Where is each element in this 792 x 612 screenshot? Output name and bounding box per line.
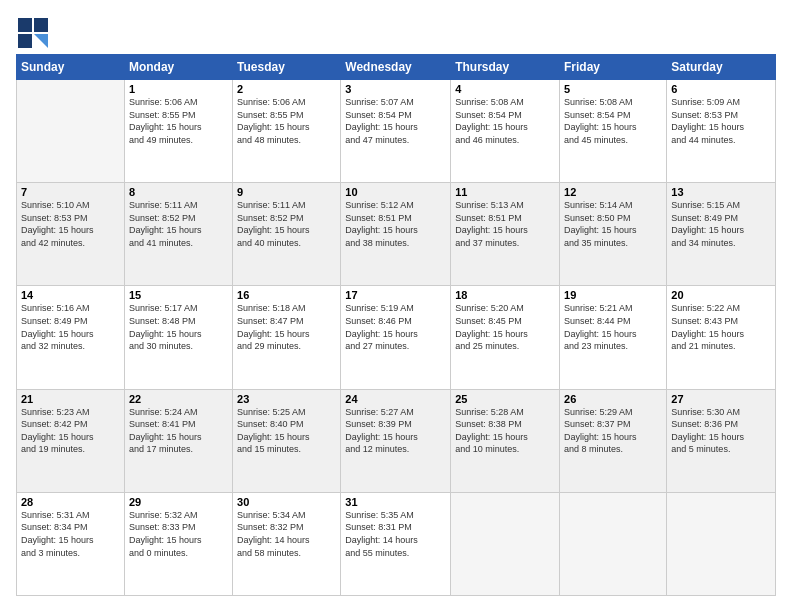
day-number: 3 — [345, 83, 446, 95]
calendar-day-cell: 16Sunrise: 5:18 AM Sunset: 8:47 PM Dayli… — [233, 286, 341, 389]
calendar-day-cell — [451, 492, 560, 595]
day-number: 26 — [564, 393, 662, 405]
calendar-day-cell: 1Sunrise: 5:06 AM Sunset: 8:55 PM Daylig… — [124, 80, 232, 183]
day-info: Sunrise: 5:20 AM Sunset: 8:45 PM Dayligh… — [455, 302, 555, 352]
day-info: Sunrise: 5:10 AM Sunset: 8:53 PM Dayligh… — [21, 199, 120, 249]
day-info: Sunrise: 5:21 AM Sunset: 8:44 PM Dayligh… — [564, 302, 662, 352]
weekday-header: Thursday — [451, 55, 560, 80]
calendar-day-cell: 12Sunrise: 5:14 AM Sunset: 8:50 PM Dayli… — [560, 183, 667, 286]
weekday-header: Tuesday — [233, 55, 341, 80]
day-number: 23 — [237, 393, 336, 405]
day-number: 31 — [345, 496, 446, 508]
day-number: 1 — [129, 83, 228, 95]
day-info: Sunrise: 5:27 AM Sunset: 8:39 PM Dayligh… — [345, 406, 446, 456]
day-number: 30 — [237, 496, 336, 508]
day-info: Sunrise: 5:23 AM Sunset: 8:42 PM Dayligh… — [21, 406, 120, 456]
day-number: 6 — [671, 83, 771, 95]
calendar-day-cell: 22Sunrise: 5:24 AM Sunset: 8:41 PM Dayli… — [124, 389, 232, 492]
calendar-week-row: 14Sunrise: 5:16 AM Sunset: 8:49 PM Dayli… — [17, 286, 776, 389]
calendar-day-cell: 20Sunrise: 5:22 AM Sunset: 8:43 PM Dayli… — [667, 286, 776, 389]
day-number: 21 — [21, 393, 120, 405]
calendar-day-cell: 3Sunrise: 5:07 AM Sunset: 8:54 PM Daylig… — [341, 80, 451, 183]
calendar-day-cell: 26Sunrise: 5:29 AM Sunset: 8:37 PM Dayli… — [560, 389, 667, 492]
calendar-day-cell: 6Sunrise: 5:09 AM Sunset: 8:53 PM Daylig… — [667, 80, 776, 183]
day-number: 27 — [671, 393, 771, 405]
day-number: 16 — [237, 289, 336, 301]
day-info: Sunrise: 5:31 AM Sunset: 8:34 PM Dayligh… — [21, 509, 120, 559]
day-info: Sunrise: 5:25 AM Sunset: 8:40 PM Dayligh… — [237, 406, 336, 456]
day-number: 13 — [671, 186, 771, 198]
day-number: 5 — [564, 83, 662, 95]
day-number: 19 — [564, 289, 662, 301]
day-info: Sunrise: 5:17 AM Sunset: 8:48 PM Dayligh… — [129, 302, 228, 352]
calendar-day-cell: 25Sunrise: 5:28 AM Sunset: 8:38 PM Dayli… — [451, 389, 560, 492]
day-number: 29 — [129, 496, 228, 508]
day-info: Sunrise: 5:22 AM Sunset: 8:43 PM Dayligh… — [671, 302, 771, 352]
day-number: 17 — [345, 289, 446, 301]
calendar-day-cell: 21Sunrise: 5:23 AM Sunset: 8:42 PM Dayli… — [17, 389, 125, 492]
day-number: 12 — [564, 186, 662, 198]
svg-rect-1 — [34, 18, 48, 32]
day-info: Sunrise: 5:13 AM Sunset: 8:51 PM Dayligh… — [455, 199, 555, 249]
logo — [16, 16, 46, 44]
svg-marker-3 — [34, 34, 48, 48]
day-info: Sunrise: 5:12 AM Sunset: 8:51 PM Dayligh… — [345, 199, 446, 249]
day-info: Sunrise: 5:24 AM Sunset: 8:41 PM Dayligh… — [129, 406, 228, 456]
day-info: Sunrise: 5:16 AM Sunset: 8:49 PM Dayligh… — [21, 302, 120, 352]
calendar-day-cell: 14Sunrise: 5:16 AM Sunset: 8:49 PM Dayli… — [17, 286, 125, 389]
calendar-day-cell: 9Sunrise: 5:11 AM Sunset: 8:52 PM Daylig… — [233, 183, 341, 286]
day-number: 20 — [671, 289, 771, 301]
calendar-day-cell: 10Sunrise: 5:12 AM Sunset: 8:51 PM Dayli… — [341, 183, 451, 286]
weekday-header: Monday — [124, 55, 232, 80]
logo-icon — [16, 16, 44, 44]
weekday-header: Friday — [560, 55, 667, 80]
day-info: Sunrise: 5:06 AM Sunset: 8:55 PM Dayligh… — [237, 96, 336, 146]
day-number: 2 — [237, 83, 336, 95]
day-info: Sunrise: 5:11 AM Sunset: 8:52 PM Dayligh… — [237, 199, 336, 249]
day-number: 10 — [345, 186, 446, 198]
day-number: 8 — [129, 186, 228, 198]
calendar-day-cell: 11Sunrise: 5:13 AM Sunset: 8:51 PM Dayli… — [451, 183, 560, 286]
calendar-day-cell — [667, 492, 776, 595]
day-info: Sunrise: 5:32 AM Sunset: 8:33 PM Dayligh… — [129, 509, 228, 559]
calendar-day-cell: 31Sunrise: 5:35 AM Sunset: 8:31 PM Dayli… — [341, 492, 451, 595]
day-info: Sunrise: 5:11 AM Sunset: 8:52 PM Dayligh… — [129, 199, 228, 249]
calendar-day-cell: 7Sunrise: 5:10 AM Sunset: 8:53 PM Daylig… — [17, 183, 125, 286]
day-info: Sunrise: 5:08 AM Sunset: 8:54 PM Dayligh… — [455, 96, 555, 146]
calendar-day-cell: 27Sunrise: 5:30 AM Sunset: 8:36 PM Dayli… — [667, 389, 776, 492]
day-info: Sunrise: 5:34 AM Sunset: 8:32 PM Dayligh… — [237, 509, 336, 559]
calendar-day-cell — [17, 80, 125, 183]
day-number: 25 — [455, 393, 555, 405]
day-info: Sunrise: 5:09 AM Sunset: 8:53 PM Dayligh… — [671, 96, 771, 146]
page: SundayMondayTuesdayWednesdayThursdayFrid… — [0, 0, 792, 612]
weekday-header: Sunday — [17, 55, 125, 80]
weekday-header: Saturday — [667, 55, 776, 80]
calendar-day-cell: 19Sunrise: 5:21 AM Sunset: 8:44 PM Dayli… — [560, 286, 667, 389]
calendar-day-cell: 5Sunrise: 5:08 AM Sunset: 8:54 PM Daylig… — [560, 80, 667, 183]
calendar-day-cell: 15Sunrise: 5:17 AM Sunset: 8:48 PM Dayli… — [124, 286, 232, 389]
day-number: 7 — [21, 186, 120, 198]
calendar-day-cell: 18Sunrise: 5:20 AM Sunset: 8:45 PM Dayli… — [451, 286, 560, 389]
calendar-week-row: 21Sunrise: 5:23 AM Sunset: 8:42 PM Dayli… — [17, 389, 776, 492]
day-info: Sunrise: 5:14 AM Sunset: 8:50 PM Dayligh… — [564, 199, 662, 249]
day-info: Sunrise: 5:06 AM Sunset: 8:55 PM Dayligh… — [129, 96, 228, 146]
day-number: 4 — [455, 83, 555, 95]
day-info: Sunrise: 5:15 AM Sunset: 8:49 PM Dayligh… — [671, 199, 771, 249]
day-info: Sunrise: 5:19 AM Sunset: 8:46 PM Dayligh… — [345, 302, 446, 352]
day-number: 22 — [129, 393, 228, 405]
day-info: Sunrise: 5:28 AM Sunset: 8:38 PM Dayligh… — [455, 406, 555, 456]
calendar-day-cell — [560, 492, 667, 595]
calendar-day-cell: 29Sunrise: 5:32 AM Sunset: 8:33 PM Dayli… — [124, 492, 232, 595]
calendar: SundayMondayTuesdayWednesdayThursdayFrid… — [16, 54, 776, 596]
day-number: 11 — [455, 186, 555, 198]
calendar-week-row: 7Sunrise: 5:10 AM Sunset: 8:53 PM Daylig… — [17, 183, 776, 286]
svg-rect-0 — [18, 18, 32, 32]
day-number: 18 — [455, 289, 555, 301]
svg-rect-2 — [18, 34, 32, 48]
day-number: 24 — [345, 393, 446, 405]
calendar-day-cell: 2Sunrise: 5:06 AM Sunset: 8:55 PM Daylig… — [233, 80, 341, 183]
calendar-week-row: 28Sunrise: 5:31 AM Sunset: 8:34 PM Dayli… — [17, 492, 776, 595]
day-number: 9 — [237, 186, 336, 198]
calendar-day-cell: 13Sunrise: 5:15 AM Sunset: 8:49 PM Dayli… — [667, 183, 776, 286]
day-number: 28 — [21, 496, 120, 508]
